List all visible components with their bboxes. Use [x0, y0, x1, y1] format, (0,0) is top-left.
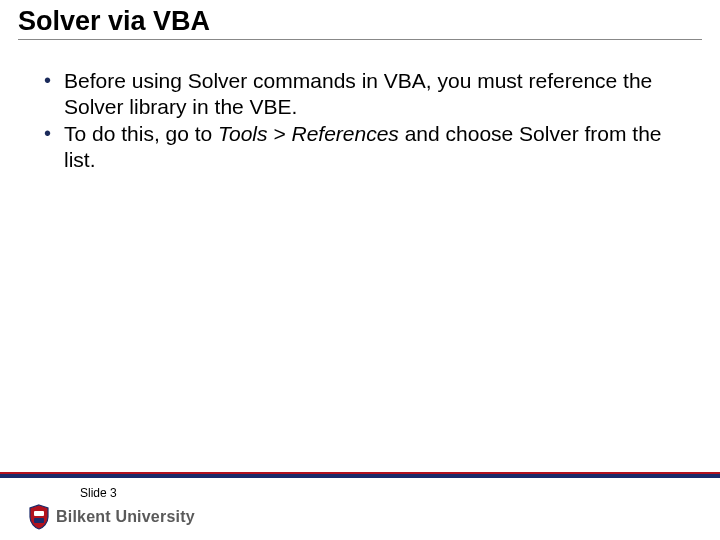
bullet-text-italic: Tools > References	[218, 122, 399, 145]
svg-rect-0	[34, 511, 44, 516]
bullet-item: To do this, go to Tools > References and…	[38, 121, 680, 172]
footer-area: Slide 3 Bilkent University	[0, 478, 720, 540]
bullet-list: Before using Solver commands in VBA, you…	[38, 68, 680, 172]
bullet-text: To do this, go to	[64, 122, 218, 145]
university-name: Bilkent University	[56, 508, 195, 526]
slide: Solver via VBA Before using Solver comma…	[0, 0, 720, 540]
title-divider	[18, 39, 702, 40]
shield-icon	[28, 504, 50, 530]
bullet-item: Before using Solver commands in VBA, you…	[38, 68, 680, 119]
svg-rect-1	[34, 518, 44, 523]
body-area: Before using Solver commands in VBA, you…	[0, 44, 720, 472]
slide-title: Solver via VBA	[18, 6, 702, 37]
title-area: Solver via VBA	[0, 0, 720, 44]
bullet-text: Before using Solver commands in VBA, you…	[64, 69, 652, 118]
university-logo-row: Bilkent University	[28, 504, 702, 530]
slide-number: Slide 3	[18, 484, 702, 500]
